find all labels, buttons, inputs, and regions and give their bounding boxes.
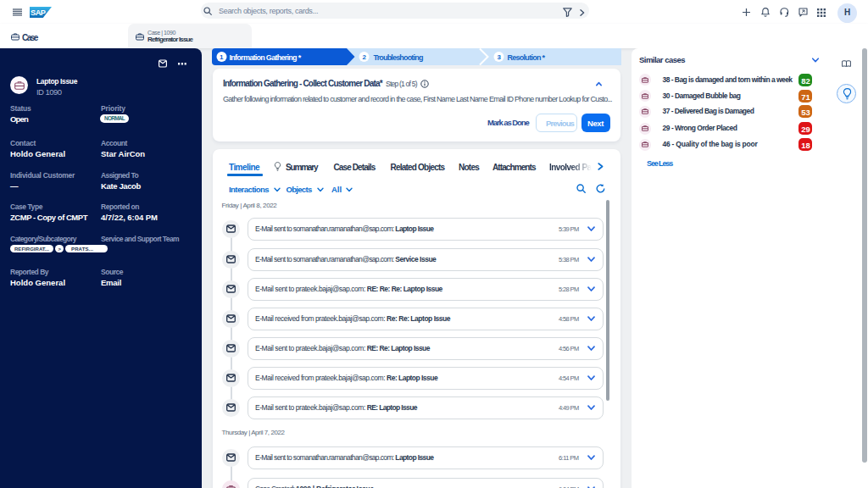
svg-text:SAP: SAP [31, 8, 46, 17]
